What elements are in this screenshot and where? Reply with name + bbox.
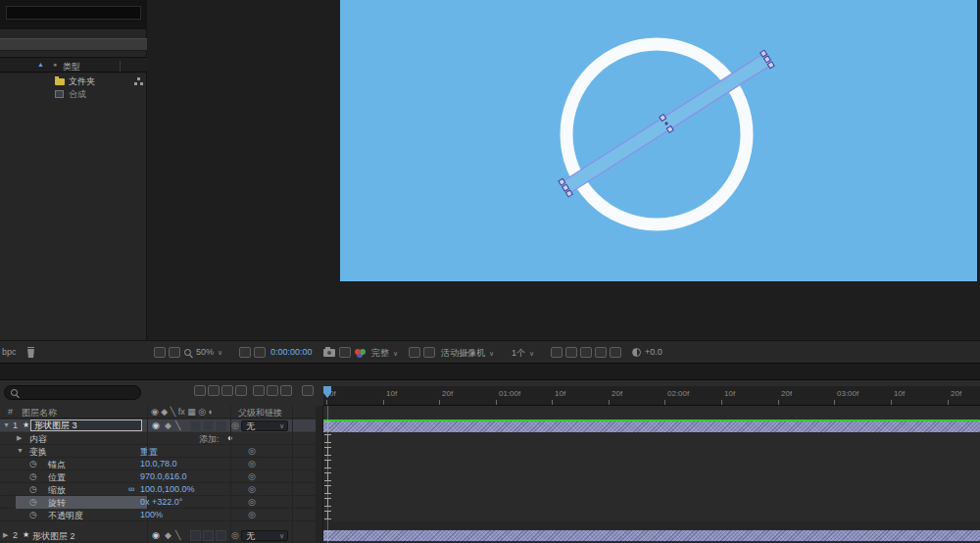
pickwhip-icon[interactable]: ◎ [248,446,256,456]
visibility-eye-icon[interactable]: ◉ [152,530,160,540]
flowchart-view-icon[interactable] [134,77,143,85]
rotation-value[interactable]: 0x +322.0° [140,497,182,507]
column-divider[interactable] [120,61,121,72]
grid-guides-icon[interactable] [239,347,251,358]
legacy-switch-icon[interactable]: ╲ [175,420,180,430]
scale-label[interactable]: 缩放 [48,484,66,497]
pickwhip-icon[interactable]: ◎ [248,484,256,494]
search-input[interactable] [23,387,132,398]
graph-editor-icon[interactable] [280,385,292,396]
timeline-jump-icon[interactable] [580,347,592,358]
mask-visibility-icon[interactable] [254,347,266,358]
opacity-label[interactable]: 不透明度 [48,510,83,522]
scale-row[interactable]: ◷ 缩放 ∞ 100.0,100.0% ◎ [0,483,323,496]
pickwhip-icon[interactable]: ◎ [248,510,256,519]
frame-blend-icon[interactable] [235,385,247,396]
stopwatch-icon[interactable]: ◷ [29,459,37,469]
layer-name[interactable]: 形状图层 2 [32,530,75,543]
show-snapshot-icon[interactable] [339,347,351,358]
comp-mini-flowchart-icon[interactable] [194,385,206,396]
position-row[interactable]: ◷ 位置 970.0,616.0 ◎ [0,470,323,483]
composition-canvas[interactable] [340,0,977,281]
magnification-select[interactable]: 50% [196,347,222,357]
switch-cell[interactable] [216,420,226,431]
region-of-interest-icon[interactable] [409,347,420,358]
legacy-switch-icon[interactable]: ╲ [175,530,180,540]
quality-switch-icon[interactable]: ◆ [165,530,172,540]
layer-row-1[interactable]: ▼ 1 ★ 形状图层 3 ◉ ◆ ╲ ◎ 无 [0,420,323,432]
collapse-icon[interactable]: ▶ [3,531,8,539]
sort-ascending-icon[interactable]: ▲ [37,61,44,68]
collapse-icon[interactable]: ▶ [17,434,22,442]
visibility-eye-icon[interactable]: ◉ [152,420,160,430]
stopwatch-icon[interactable]: ◷ [29,510,37,519]
contents-row[interactable]: ▶ 内容 添加: ● [0,432,323,445]
snapshot-camera-icon[interactable] [323,349,335,357]
layer-1-track-bar[interactable] [323,421,980,432]
expand-icon[interactable]: ▼ [3,421,10,428]
transform-row[interactable]: ▼ 变换 重置 ◎ [0,445,323,458]
channel-rgb-icon[interactable] [355,349,368,358]
parent-pickwhip-icon[interactable]: ◎ [231,420,239,430]
bit-depth-button[interactable]: bpc [2,347,17,357]
position-label[interactable]: 位置 [48,471,66,484]
rotation-row[interactable]: ◷ 旋转 0x +322.0° ◎ [0,496,323,509]
comp-flowchart-icon[interactable] [595,347,607,358]
switch-cell[interactable] [216,530,226,541]
preview-timecode[interactable]: 0:00:00:00 [270,347,313,357]
project-tab-well[interactable] [6,6,141,20]
index-column-label[interactable]: # [8,407,13,417]
exposure-value[interactable]: +0.0 [645,347,662,357]
anchor-point-value[interactable]: 10.0,78.0 [140,459,177,469]
parent-select[interactable]: 无 [241,420,288,431]
column-divider[interactable] [230,406,231,543]
column-divider[interactable] [292,406,293,543]
switch-cell[interactable] [203,530,214,541]
layer-2-track-bar[interactable] [323,530,980,541]
project-column-header[interactable]: ▲ ● 类型 [0,57,147,73]
anchor-point-label[interactable]: 锚点 [48,459,66,471]
pickwhip-icon[interactable]: ◎ [248,459,256,469]
parent-column-label[interactable]: 父级和链接 [238,407,282,420]
opacity-row[interactable]: ◷ 不透明度 100% ◎ [0,509,323,521]
opacity-value[interactable]: 100% [140,510,163,519]
trash-icon[interactable] [26,347,35,358]
timeline-tracks[interactable] [323,406,980,543]
scale-value[interactable]: 100.0,100.0% [140,484,195,494]
am-panel-icon[interactable] [302,385,314,396]
layer-name-input[interactable]: 形状图层 3 [30,420,142,431]
parent-select[interactable]: 无 [241,530,288,541]
project-item-folder[interactable]: 文件夹 [0,74,147,87]
project-item-composition[interactable]: 合成 [0,87,147,100]
switch-cell[interactable] [203,420,214,431]
time-ruler[interactable]: 0f 10f 20f 01:00f 10f 20f 02:00f 10f 20f… [323,386,980,406]
rotation-label[interactable]: 旋转 [48,497,66,510]
layer-name-column-label[interactable]: 图层名称 [22,407,57,420]
exposure-icon[interactable] [632,348,641,357]
transparency-grid-icon[interactable] [423,347,435,358]
resolution-select[interactable]: 完整 [371,347,398,360]
parent-pickwhip-icon[interactable]: ◎ [231,530,239,540]
pixel-aspect-icon[interactable] [551,347,563,358]
reset-exposure-icon[interactable] [610,347,621,358]
view-layout-select[interactable]: 1个 [512,347,534,360]
stopwatch-icon[interactable]: ◷ [29,471,37,481]
pickwhip-icon[interactable]: ◎ [248,497,256,507]
active-camera-select[interactable]: 活动摄像机 [441,347,494,360]
panel-splitter[interactable] [0,363,980,380]
position-value[interactable]: 970.0,616.0 [140,471,187,481]
stopwatch-icon[interactable]: ◷ [29,484,37,494]
pickwhip-icon[interactable]: ◎ [248,471,256,481]
link-dimensions-icon[interactable]: ∞ [128,484,134,494]
fast-preview-icon[interactable] [565,347,577,358]
layer-row-2[interactable]: ▶ 2 ★ 形状图层 2 ◉ ◆ ╲ ◎ 无 [0,529,323,542]
motion-blur-icon[interactable] [253,385,265,396]
type-column-label[interactable]: 类型 [63,61,80,74]
timeline-search[interactable] [4,385,141,400]
shy-layers-icon[interactable] [221,385,233,396]
zoom-icon[interactable] [184,349,191,356]
label-swatch-icon[interactable]: ● [53,61,57,68]
stopwatch-icon[interactable]: ◷ [29,497,37,507]
switch-cell[interactable] [190,530,201,541]
preview-icon[interactable] [169,347,180,358]
